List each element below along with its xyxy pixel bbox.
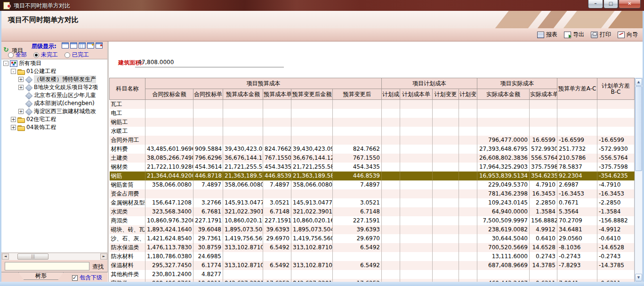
tree-item-label[interactable]: 04装饰工程 — [26, 123, 56, 131]
table-cell[interactable]: 10,860,020.1600 — [291, 216, 333, 225]
table-cell[interactable] — [382, 207, 400, 216]
table-cell[interactable]: 3.2766 — [193, 198, 223, 207]
table-cell[interactable]: 5.3564 — [557, 207, 597, 216]
table-cell[interactable]: 92.2304 — [557, 172, 597, 180]
table-cell[interactable] — [557, 270, 597, 279]
table-cell[interactable]: 6.5492 — [333, 261, 382, 270]
table-cell[interactable]: 313,102.8710 — [223, 261, 263, 270]
table-cell[interactable]: 21,364,044.9200 — [145, 172, 193, 180]
table-cell[interactable]: -375.7598 — [597, 163, 635, 172]
table-cell[interactable]: 1,476,113.7830 — [145, 243, 193, 252]
sort-ascend-icon[interactable] — [96, 42, 103, 49]
table-row[interactable]: 合同外用工796,477.000016.6599-16.6599-16.6599 — [110, 136, 635, 145]
table-cell[interactable] — [459, 127, 477, 136]
table-cell[interactable] — [291, 136, 333, 145]
table-cell[interactable]: 556.5764 — [530, 154, 557, 163]
table-cell[interactable]: -156.8882 — [597, 216, 635, 225]
table-cell[interactable]: 6.1774 — [193, 261, 223, 270]
table-cell[interactable] — [433, 180, 459, 189]
table-cell[interactable] — [400, 100, 433, 109]
table-cell[interactable]: -8.1036 — [557, 243, 597, 252]
table-cell[interactable] — [223, 270, 263, 279]
table-cell[interactable]: 323,568.3400 — [145, 207, 193, 216]
tree-expander-minus-icon[interactable]: - — [11, 69, 16, 74]
table-cell[interactable] — [333, 118, 382, 127]
table-cell[interactable] — [433, 163, 459, 172]
table-cell[interactable]: 6.5492 — [333, 243, 382, 252]
table-cell[interactable]: 313,102.8710 — [223, 243, 263, 252]
table-cell[interactable]: -16.6599 — [597, 136, 635, 145]
table-cell[interactable]: 572.9930 — [530, 145, 557, 154]
table-cell[interactable]: 6.7148 — [333, 207, 382, 216]
tree-item-label[interactable]: 01公建工程 — [26, 67, 56, 75]
table-cell[interactable]: 454.3614 — [193, 163, 223, 172]
table-cell[interactable]: 1,180,786.0380 — [145, 252, 193, 261]
table-cell[interactable] — [459, 216, 477, 225]
table-cell[interactable] — [459, 136, 477, 145]
table-cell[interactable] — [400, 270, 433, 279]
table-row-selected[interactable]: 钢筋21,364,044.9200446.871821,363,189.5800… — [110, 172, 635, 180]
row-name-cell[interactable]: 水暖工 — [110, 127, 145, 136]
table-cell[interactable]: 796,477.0000 — [477, 136, 530, 145]
report-button[interactable]: 报表 — [537, 31, 557, 39]
scroll-right-button[interactable]: ► — [100, 253, 107, 260]
row-name-cell[interactable]: 沙、石、灰、砂 — [110, 234, 145, 243]
table-cell[interactable]: -14.3785 — [597, 261, 635, 270]
table-cell[interactable]: 10,860,976.3200 — [145, 216, 193, 225]
radio-filter-0[interactable]: 全部 — [8, 51, 27, 59]
table-cell[interactable] — [459, 225, 477, 234]
table-cell[interactable] — [557, 127, 597, 136]
tree-item-label[interactable]: 北京市石景山区少年儿童 — [34, 91, 96, 99]
table-cell[interactable]: 227.1591 — [333, 216, 382, 225]
table-cell[interactable] — [382, 118, 400, 127]
tree-item-label[interactable]: 海淀区西三旗建材城危改 — [34, 107, 96, 115]
table-cell[interactable]: 6.5492 — [263, 261, 291, 270]
table-cell[interactable] — [459, 198, 477, 207]
table-cell[interactable] — [382, 225, 400, 234]
table-cell[interactable] — [382, 198, 400, 207]
table-cell[interactable]: 251.7732 — [557, 145, 597, 154]
table-cell[interactable]: 17,964,325.2903 — [477, 163, 530, 172]
table-cell[interactable] — [333, 127, 382, 136]
table-cell[interactable]: 321,022.3901 — [291, 207, 333, 216]
table-cell[interactable] — [433, 243, 459, 252]
table-row[interactable]: 砌块、砖、瓦类1,893,424.164039.60481,895,073.50… — [110, 225, 635, 234]
table-cell[interactable] — [433, 216, 459, 225]
table-cell[interactable] — [557, 118, 597, 127]
tree-item[interactable]: +04装饰工程 — [1, 123, 107, 131]
table-cell[interactable]: 0.2743 — [530, 252, 557, 261]
table-cell[interactable]: 454.3435 — [263, 163, 291, 172]
table-cell[interactable]: -354.6235 — [597, 172, 635, 180]
table-cell[interactable]: 14.6528 — [530, 243, 557, 252]
table-cell[interactable]: 687,408.9669 — [477, 261, 530, 270]
table-cell[interactable] — [223, 100, 263, 109]
table-cell[interactable]: 29.6970 — [263, 234, 291, 243]
table-cell[interactable] — [433, 234, 459, 243]
table-cell[interactable] — [382, 127, 400, 136]
table-cell[interactable] — [400, 261, 433, 270]
table-cell[interactable]: 313,102.8710 — [291, 243, 333, 252]
table-cell[interactable]: 227.1791 — [193, 216, 223, 225]
table-cell[interactable]: 700,520.5669 — [477, 243, 530, 252]
table-cell[interactable]: 30,644.5040 — [477, 234, 530, 243]
table-cell[interactable]: -572.9930 — [597, 145, 635, 154]
include-sublevel-checkbox[interactable] — [72, 275, 78, 281]
table-cell[interactable] — [433, 109, 459, 118]
table-cell[interactable]: -16.3453 — [557, 189, 597, 198]
row-name-cell[interactable]: 电工 — [110, 109, 145, 118]
table-cell[interactable] — [145, 118, 193, 127]
table-cell[interactable]: 156,647.1208 — [145, 198, 193, 207]
table-cell[interactable] — [382, 261, 400, 270]
table-cell[interactable] — [291, 109, 333, 118]
tree-expander-plus-icon[interactable]: + — [18, 85, 24, 90]
table-cell[interactable] — [223, 136, 263, 145]
table-cell[interactable] — [382, 154, 400, 163]
table-cell[interactable] — [400, 154, 433, 163]
table-cell[interactable]: 358,066.0080 — [223, 180, 263, 189]
table-cell[interactable] — [477, 118, 530, 127]
tree-item-label[interactable]: 所有项目 — [19, 59, 41, 67]
table-cell[interactable]: -16.6599 — [557, 136, 597, 145]
table-row[interactable]: 防水材料1,180,786.038024.698513,111.60000.27… — [110, 252, 635, 261]
row-name-cell[interactable]: 其他构件类 — [110, 270, 145, 279]
table-cell[interactable] — [433, 261, 459, 270]
